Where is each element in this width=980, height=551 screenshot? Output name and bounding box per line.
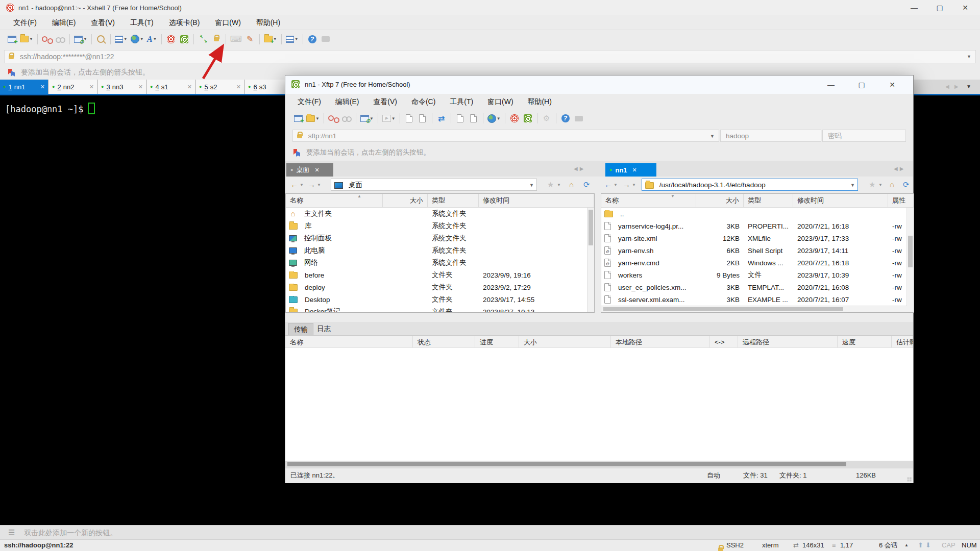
- file-row[interactable]: yarnservice-log4j.pr... 3KB PROPERTI... …: [601, 220, 914, 232]
- local-favorites-dropdown-icon[interactable]: ▼: [557, 183, 561, 187]
- scrollbar-thumb[interactable]: [603, 307, 843, 311]
- file-row[interactable]: 网络 系统文件夹: [286, 257, 594, 269]
- address-dropdown-icon[interactable]: ▼: [710, 130, 715, 142]
- new-session-button[interactable]: [293, 112, 303, 124]
- file-row[interactable]: 此电脑 系统文件夹: [286, 244, 594, 257]
- new-session-button[interactable]: [7, 33, 17, 45]
- xshell-menu-window[interactable]: 窗口(W): [215, 18, 241, 27]
- session-properties-button[interactable]: ▼: [360, 112, 374, 124]
- local-pane-tab-desktop[interactable]: ● 桌面 ✕: [286, 163, 333, 177]
- pane-tab-close-icon[interactable]: ✕: [632, 167, 637, 173]
- web-button[interactable]: ▼: [487, 112, 501, 124]
- column-header-local-path[interactable]: 本地路径: [611, 336, 710, 348]
- column-header-size[interactable]: 大小: [519, 336, 611, 348]
- xftp-menu-view[interactable]: 查看(V): [373, 97, 397, 106]
- tab-close-icon[interactable]: ✕: [187, 84, 192, 90]
- font-button[interactable]: A▼: [147, 33, 157, 45]
- window-resize-grip[interactable]: [907, 477, 912, 482]
- scroll-down-icon[interactable]: ⬇: [925, 540, 931, 551]
- settings-gear-icon[interactable]: ⚙: [542, 112, 552, 124]
- column-header-name[interactable]: 名称: [286, 194, 383, 207]
- xftp-address-field[interactable]: sftp://nn1 ▼: [292, 130, 719, 142]
- column-header-remote-path[interactable]: 远程路径: [738, 336, 838, 348]
- xshell-menu-view[interactable]: 查看(V): [91, 18, 115, 27]
- session-tab-nn1[interactable]: ● 1 nn1 ✕: [0, 80, 48, 94]
- file-row[interactable]: yarn-env.sh 6KB Shell Script 2023/9/17, …: [601, 244, 914, 257]
- column-header-direction[interactable]: <->: [710, 336, 738, 348]
- disconnect-icon[interactable]: [328, 112, 338, 124]
- scrollbar-thumb[interactable]: [287, 462, 846, 466]
- xftp-menu-command[interactable]: 命令(C): [411, 97, 435, 106]
- transfer-sync-icon[interactable]: ⇄: [436, 112, 447, 124]
- bookmark-flag-icon[interactable]: [8, 69, 15, 77]
- xshell-menu-tools[interactable]: 工具(T): [130, 18, 154, 27]
- file-row[interactable]: ..: [601, 208, 914, 220]
- local-favorites-star-icon[interactable]: ★: [547, 180, 554, 189]
- column-header-name[interactable]: 名称: [601, 194, 696, 207]
- column-header-progress[interactable]: 进度: [475, 336, 519, 348]
- remote-back-dropdown-icon[interactable]: ▼: [614, 183, 618, 187]
- disconnect-icon[interactable]: [42, 33, 52, 45]
- file-row[interactable]: Desktop 文件夹 2023/9/17, 14:55: [286, 293, 594, 306]
- column-header-status[interactable]: 状态: [413, 336, 475, 348]
- file-row[interactable]: 控制面板 系统文件夹: [286, 232, 594, 244]
- tab-close-icon[interactable]: ✕: [89, 84, 94, 90]
- xftp-bottom-scrollbar[interactable]: [285, 461, 913, 468]
- xftp-menu-help[interactable]: 帮助(H): [527, 97, 551, 106]
- local-back-dropdown-icon[interactable]: ▼: [300, 183, 304, 187]
- column-header-type[interactable]: 类型: [428, 194, 479, 207]
- tab-transfer[interactable]: 传输: [288, 323, 313, 335]
- local-refresh-icon[interactable]: ⟳: [583, 180, 590, 189]
- session-tab-nn3[interactable]: ● 3 nn3 ✕: [98, 80, 146, 94]
- file-row[interactable]: workers 9 Bytes 文件 2023/9/17, 10:39 -rw: [601, 269, 914, 281]
- new-folder-button[interactable]: ▼: [264, 33, 277, 45]
- session-tab-nn2[interactable]: ● 2 nn2 ✕: [49, 80, 97, 94]
- remote-favorites-dropdown-icon[interactable]: ▼: [878, 183, 883, 187]
- scrollbar-thumb[interactable]: [908, 236, 913, 267]
- remote-path-combobox[interactable]: /usr/local/hadoop-3.1.4/etc/hadoop ▼: [642, 179, 858, 191]
- remote-horizontal-scrollbar[interactable]: [601, 306, 907, 312]
- xshell-minimize-button[interactable]: —: [902, 0, 926, 15]
- xshell-quick-button-bar[interactable]: ☰ 双击此处添加一个新的按钮。: [0, 525, 980, 540]
- help-icon[interactable]: ?: [307, 33, 317, 45]
- column-header-speed[interactable]: 速度: [838, 336, 892, 348]
- xftp-menu-file[interactable]: 文件(F): [298, 97, 321, 106]
- column-header-name[interactable]: 名称: [285, 336, 413, 348]
- right-pane-tab-scroll-icons[interactable]: ◀▶: [894, 166, 905, 171]
- tile-windows-button[interactable]: ▼: [286, 33, 299, 45]
- launch-xftp-icon[interactable]: [179, 33, 189, 45]
- open-session-button[interactable]: ▼: [306, 112, 320, 124]
- local-home-icon[interactable]: ⌂: [569, 180, 574, 189]
- remote-refresh-icon[interactable]: ⟳: [903, 180, 910, 189]
- local-vertical-scrollbar[interactable]: [587, 208, 594, 312]
- xshell-address-field[interactable]: ssh://hadoop:********@nn1:22 ▼: [4, 50, 976, 63]
- remote-favorites-star-icon[interactable]: ★: [869, 180, 875, 189]
- layout-button[interactable]: ▼: [115, 33, 128, 45]
- xshell-close-button[interactable]: ✕: [953, 0, 977, 15]
- hamburger-menu-icon[interactable]: ☰: [8, 528, 15, 537]
- xshell-menu-help[interactable]: 帮助(H): [256, 18, 280, 27]
- file-row[interactable]: ssl-server.xml.exam... 3KB EXAMPLE ... 2…: [601, 293, 914, 306]
- file-row[interactable]: user_ec_policies.xm... 3KB TEMPLAT... 20…: [601, 281, 914, 293]
- remote-forward-dropdown-icon[interactable]: ▼: [632, 183, 636, 187]
- column-header-size[interactable]: 大小: [383, 194, 428, 207]
- local-forward-dropdown-icon[interactable]: ▼: [317, 183, 321, 187]
- column-header-eta[interactable]: 估计剩: [892, 336, 913, 348]
- local-back-icon[interactable]: ←: [290, 180, 298, 189]
- status-session-count[interactable]: 6 会话: [879, 540, 898, 551]
- remote-forward-icon[interactable]: →: [623, 180, 630, 189]
- file-row[interactable]: Docker笔记 文件夹 2023/8/27, 10:13: [286, 306, 594, 313]
- address-dropdown-icon[interactable]: ▼: [967, 51, 971, 63]
- new-xftp-icon[interactable]: [523, 112, 533, 124]
- xftp-close-button[interactable]: ✕: [880, 76, 904, 94]
- xftp-menu-window[interactable]: 窗口(W): [487, 97, 513, 106]
- compose-pen-icon[interactable]: ✎: [245, 33, 255, 45]
- xftp-menu-tools[interactable]: 工具(T): [450, 97, 473, 106]
- xftp-maximize-button[interactable]: ▢: [850, 76, 873, 94]
- column-header-attr[interactable]: 属性: [888, 194, 914, 207]
- web-button[interactable]: ▼: [131, 33, 144, 45]
- status-transfer-mode[interactable]: 自动: [707, 468, 720, 483]
- tab-scroll-right-icon[interactable]: ▶: [954, 84, 959, 89]
- file-row[interactable]: yarn-site.xml 12KB XMLfile 2023/9/17, 17…: [601, 232, 914, 244]
- remote-vertical-scrollbar[interactable]: [906, 208, 914, 312]
